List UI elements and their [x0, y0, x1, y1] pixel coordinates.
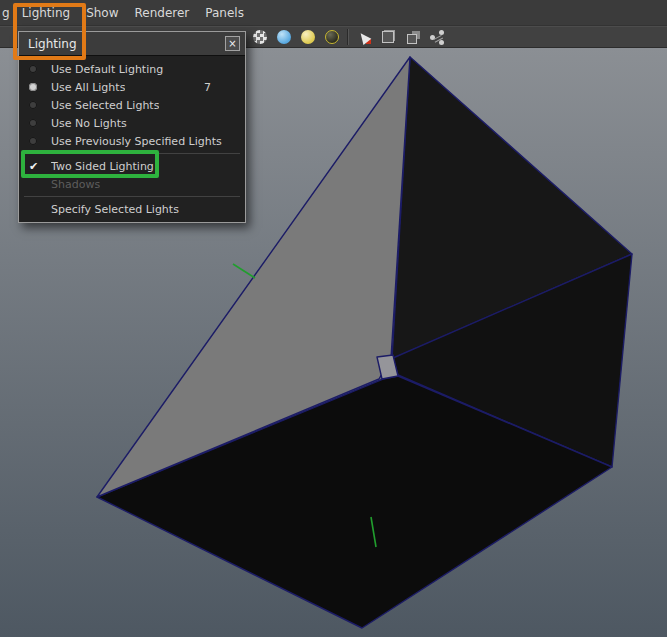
radio-icon: [29, 101, 37, 109]
menu-item-gutter: ✔: [29, 161, 51, 172]
toolbar-separator: [347, 29, 349, 45]
menu-item-label: Use Selected Lights: [51, 99, 159, 112]
menu-item-shadows: Shadows: [19, 175, 245, 193]
isolate-select-cube-icon[interactable]: [379, 28, 397, 46]
menu-item-use-default-lighting[interactable]: Use Default Lighting: [19, 60, 245, 78]
duplicate-cube-icon-glyph: [407, 34, 417, 44]
radio-selected-icon: [29, 83, 37, 91]
isolate-select-cube-icon-glyph: [382, 31, 394, 43]
menu-item-gutter: [29, 119, 51, 127]
textured-sphere-icon[interactable]: [299, 28, 317, 46]
textured-sphere-icon-glyph: [301, 30, 315, 44]
menu-item-gutter: [29, 65, 51, 73]
panel-menubar: gLightingShowRendererPanels: [0, 0, 667, 26]
menu-item-label: Use No Lights: [51, 117, 127, 130]
shaded-sphere-icon-glyph: [277, 30, 291, 44]
panel-title-label: Lighting: [28, 37, 77, 51]
select-cursor-icon[interactable]: [355, 28, 373, 46]
menubar-item-lighting[interactable]: Lighting: [14, 0, 79, 25]
checkmark-icon: ✔: [29, 161, 38, 172]
share-nodes-icon[interactable]: [427, 28, 445, 46]
radio-icon: [29, 119, 37, 127]
checker-sphere-icon-glyph: [253, 30, 267, 44]
menu-item-label: Use All Lights: [51, 81, 125, 94]
menu-item-label: Specify Selected Lights: [51, 203, 179, 216]
menubar-item-renderer[interactable]: Renderer: [127, 0, 198, 25]
share-nodes-icon-glyph: [430, 35, 435, 40]
menubar-item-show[interactable]: Show: [78, 0, 126, 25]
menu-item-two-sided-lighting[interactable]: ✔Two Sided Lighting: [19, 157, 245, 175]
menu-item-label: Shadows: [51, 178, 100, 191]
menu-item-gutter: [29, 83, 51, 91]
menubar-item-shading-partial[interactable]: g: [0, 0, 14, 25]
duplicate-cube-icon[interactable]: [403, 28, 421, 46]
lighting-tearoff-menu: Lighting × Use Default LightingUse All L…: [18, 31, 246, 223]
menu-separator: [24, 153, 240, 154]
maya-viewport-window: gLightingShowRendererPanels Lighting × U…: [0, 0, 667, 637]
menu-item-use-selected-lights[interactable]: Use Selected Lights: [19, 96, 245, 114]
shaded-sphere-icon[interactable]: [275, 28, 293, 46]
menubar-item-panels[interactable]: Panels: [197, 0, 252, 25]
menu-item-hotkey: 7: [204, 81, 237, 94]
radio-icon: [29, 137, 37, 145]
menu-item-label: Use Default Lighting: [51, 63, 163, 76]
menu-item-gutter: [29, 137, 51, 145]
lit-sphere-icon-glyph: [325, 30, 339, 44]
menu-item-label: Use Previously Specified Lights: [51, 135, 222, 148]
menu-item-use-all-lights[interactable]: Use All Lights7: [19, 78, 245, 96]
radio-icon: [29, 65, 37, 73]
menu-item-gutter: [29, 101, 51, 109]
menu-item-use-no-lights[interactable]: Use No Lights: [19, 114, 245, 132]
menu-item-use-previously-specified-lights[interactable]: Use Previously Specified Lights: [19, 132, 245, 150]
normal-line-left-face: [233, 264, 255, 278]
checker-sphere-icon[interactable]: [251, 28, 269, 46]
lit-sphere-icon[interactable]: [323, 28, 341, 46]
close-icon[interactable]: ×: [225, 36, 240, 51]
panel-titlebar[interactable]: Lighting ×: [19, 32, 245, 56]
menu-separator: [24, 196, 240, 197]
lighting-menu-list: Use Default LightingUse All Lights7Use S…: [19, 56, 245, 222]
menu-item-specify-selected-lights[interactable]: Specify Selected Lights: [19, 200, 245, 218]
menu-item-label: Two Sided Lighting: [51, 160, 154, 173]
